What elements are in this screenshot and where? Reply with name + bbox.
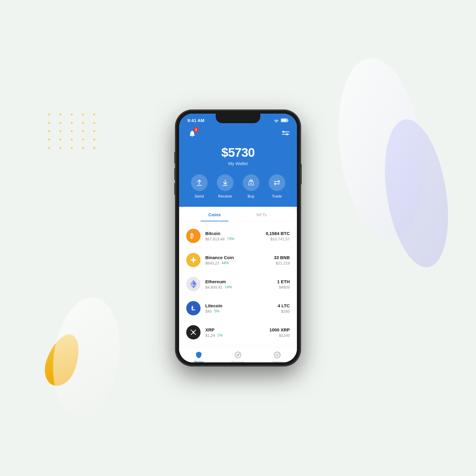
receive-label: Receive [218, 194, 232, 198]
coin-item-eth[interactable]: Ethereum $4,809,91 14% 1 ETH $4809 [179, 272, 297, 296]
svg-marker-18 [193, 280, 197, 285]
buy-icon [248, 179, 255, 186]
xrp-name: XRP [205, 327, 265, 332]
bnb-info: Binance Coin $643,23 44% [205, 255, 269, 265]
eth-info: Ethereum $4,809,91 14% [205, 279, 272, 289]
nav-setting[interactable]: Setting [258, 351, 297, 362]
bitcoin-price-row: $67,813,48 73% [205, 237, 261, 241]
decorative-ribbon-3 [44, 290, 128, 424]
main-content: Coins NFTs ₿ Bitcoin [179, 207, 297, 362]
bnb-amount: 33 BNB [274, 255, 290, 260]
tab-nfts[interactable]: NFTs [238, 207, 285, 221]
trade-button[interactable]: Trade [269, 174, 285, 198]
nav-discover[interactable]: Discover [218, 351, 258, 362]
bnb-name: Binance Coin [205, 255, 269, 260]
xrp-change: 1% [217, 333, 223, 337]
phone-screen: 9:41 AM [179, 114, 297, 362]
bnb-change: 44% [222, 261, 229, 265]
coin-item-btc[interactable]: ₿ Bitcoin $67,813,48 73% 0,1584 BTC [179, 224, 297, 248]
wifi-icon [274, 118, 279, 123]
nav-wallet[interactable]: Wallet [179, 351, 218, 362]
phone-notch [216, 114, 260, 123]
bnb-icon [186, 253, 201, 267]
send-icon-bg [191, 174, 208, 191]
discover-nav-label: Discover [232, 360, 245, 362]
battery-icon [281, 118, 289, 122]
svg-rect-1 [281, 119, 287, 122]
send-button[interactable]: Send [191, 174, 208, 198]
status-icons [274, 118, 289, 123]
xrp-price-row: $1,24 1% [205, 333, 265, 338]
bitcoin-change: 73% [227, 237, 234, 241]
eth-amount: 1 ETH [277, 279, 290, 284]
ltc-holdings: 4 LTC $160 [278, 303, 290, 314]
buy-label: Buy [248, 194, 254, 198]
buy-button[interactable]: Buy [243, 174, 259, 198]
ltc-amount: 4 LTC [278, 303, 290, 308]
receive-icon-bg [217, 174, 234, 191]
filter-icon [281, 129, 290, 138]
eth-change: 14% [225, 285, 232, 289]
eth-price-row: $4,809,91 14% [205, 285, 272, 289]
discover-nav-icon [234, 351, 242, 359]
xrp-amount: 1000 XRP [270, 327, 290, 332]
bitcoin-holdings: 0,1584 BTC $10,741,57 [266, 231, 290, 241]
tab-coins[interactable]: Coins [191, 207, 238, 221]
balance-section: $5730 My Wallet [186, 145, 290, 166]
ltc-change: 5% [214, 309, 219, 313]
svg-point-21 [235, 352, 241, 358]
bitcoin-icon: ₿ [186, 229, 201, 243]
wallet-nav-label: Wallet [194, 360, 203, 362]
svg-point-22 [276, 354, 278, 356]
bitcoin-price: $67,813,48 [205, 237, 225, 241]
eth-price: $4,809,91 [205, 285, 223, 289]
eth-name: Ethereum [205, 279, 272, 284]
bottom-nav: Wallet Discover [179, 347, 297, 362]
trade-label: Trade [272, 194, 282, 198]
ltc-icon: Ł [186, 301, 201, 315]
filter-button[interactable] [281, 129, 290, 138]
send-icon [196, 179, 203, 186]
setting-nav-icon [273, 351, 281, 359]
action-buttons: Send Receive [186, 174, 290, 198]
svg-point-13 [250, 183, 252, 184]
bnb-holdings: 33 BNB $21,219 [274, 255, 290, 265]
xrp-icon [186, 325, 201, 339]
buy-icon-bg [243, 174, 259, 191]
receive-button[interactable]: Receive [217, 174, 234, 198]
eth-icon [186, 277, 201, 291]
coin-item-bnb[interactable]: Binance Coin $643,23 44% 33 BNB $21,219 [179, 248, 297, 272]
header-section: 2 $5730 [179, 125, 297, 207]
ltc-price-row: $40 5% [205, 309, 273, 314]
svg-marker-19 [190, 285, 193, 288]
trade-icon-bg [269, 174, 285, 191]
wallet-nav-icon [195, 351, 203, 359]
xrp-price: $1,24 [205, 333, 215, 338]
bitcoin-value: $10,741,57 [266, 237, 290, 241]
receive-icon [222, 179, 229, 186]
eth-holdings: 1 ETH $4809 [277, 279, 290, 289]
coin-item-ltc[interactable]: Ł Litecoin $40 5% 4 LTC $160 [179, 296, 297, 320]
coin-item-xrp[interactable]: XRP $1,24 1% 1000 XRP $1240 [179, 320, 297, 345]
trade-icon [273, 179, 281, 186]
svg-text:₿: ₿ [190, 233, 193, 239]
xrp-value: $1240 [270, 333, 290, 338]
send-label: Send [195, 194, 203, 198]
phone-mockup: 9:41 AM [176, 110, 300, 366]
eth-value: $4809 [277, 285, 290, 289]
phone-frame: 9:41 AM [176, 110, 300, 366]
tabs: Coins NFTs [179, 207, 297, 222]
ltc-value: $160 [278, 309, 290, 314]
ltc-name: Litecoin [205, 303, 273, 308]
status-time: 9:41 AM [187, 118, 204, 123]
bnb-value: $21,219 [274, 261, 290, 265]
notification-button[interactable]: 2 [186, 128, 198, 140]
setting-nav-label: Setting [272, 360, 282, 362]
svg-rect-2 [287, 120, 288, 121]
coin-list: ₿ Bitcoin $67,813,48 73% 0,1584 BTC [179, 222, 297, 347]
header-top: 2 [186, 125, 290, 145]
xrp-holdings: 1000 XRP $1240 [270, 327, 290, 338]
bitcoin-name: Bitcoin [205, 231, 261, 236]
notification-badge: 2 [193, 127, 199, 132]
bnb-price-row: $643,23 44% [205, 261, 269, 265]
